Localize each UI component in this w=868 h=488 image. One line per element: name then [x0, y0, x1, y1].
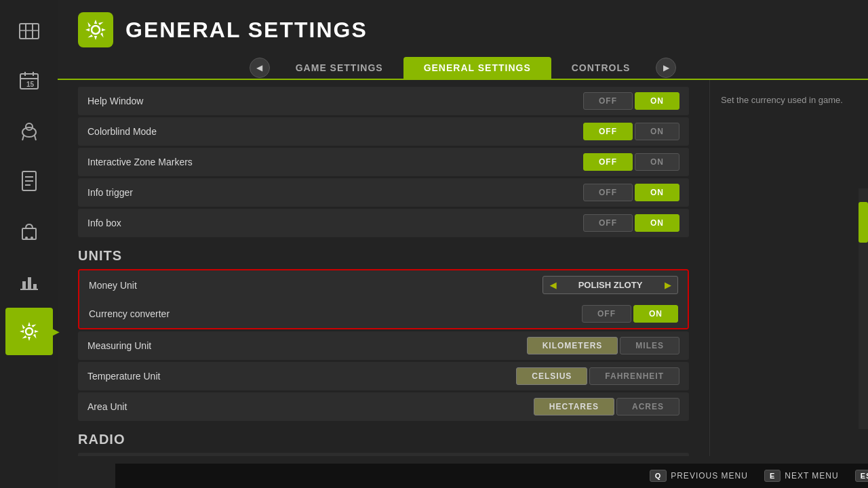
svg-point-6	[22, 127, 36, 137]
toggle-interactive-zone: OFF ON	[583, 153, 679, 171]
svg-line-8	[22, 136, 24, 140]
toggle-measuring-unit: KILOMETERS MILES	[527, 337, 679, 354]
setting-label-area: Area Unit	[87, 401, 127, 412]
settings-list: Help Window OFF ON Colorblind Mode OFF O…	[58, 80, 709, 456]
setting-label-temperature: Temperature Unit	[87, 371, 160, 382]
setting-temperature-unit: Temperature Unit CELSIUS FAHRENHEIT	[78, 362, 689, 390]
toggle-info-box: OFF ON	[583, 214, 679, 232]
toggle-fahrenheit[interactable]: FAHRENHEIT	[589, 367, 679, 385]
info-panel: Set the currency used in game.	[709, 80, 859, 456]
toggle-on-colorblind[interactable]: ON	[635, 123, 679, 140]
sidebar-item-stats[interactable]	[5, 258, 53, 305]
toggle-off-interactive-zone[interactable]: OFF	[583, 153, 633, 171]
toggle-hectares[interactable]: HECTARES	[534, 398, 614, 415]
scroll-indicator[interactable]	[859, 188, 868, 429]
setting-colorblind-mode: Colorblind Mode OFF ON	[78, 117, 689, 146]
setting-label-currency-converter: Currency converter	[89, 308, 170, 319]
settings-area: Help Window OFF ON Colorblind Mode OFF O…	[58, 80, 868, 456]
key-e: E	[764, 470, 781, 482]
setting-label-measuring: Measuring Unit	[87, 340, 151, 351]
toggle-info-trigger: OFF ON	[583, 184, 679, 201]
svg-point-21	[26, 328, 33, 335]
svg-rect-19	[28, 277, 31, 289]
bottom-btn-back[interactable]: ESC BACK	[855, 470, 868, 482]
sidebar-item-calendar[interactable]: 15	[5, 57, 53, 104]
toggle-off-currency[interactable]: OFF	[582, 305, 631, 323]
setting-measuring-unit: Measuring Unit KILOMETERS MILES	[78, 331, 689, 360]
setting-label-interactive-zone: Interactive Zone Markers	[87, 157, 193, 167]
key-q: Q	[650, 470, 667, 482]
toggle-temperature-unit: CELSIUS FAHRENHEIT	[516, 367, 679, 385]
sidebar-item-contracts[interactable]	[5, 157, 53, 205]
main-content: GENERAL SETTINGS ◀ GAME SETTINGS GENERAL…	[58, 0, 868, 488]
setting-interactive-zone: Interactive Zone Markers OFF ON	[78, 148, 689, 176]
radio-section-title: RADIO	[78, 432, 689, 447]
svg-text:15: 15	[26, 81, 35, 88]
toggle-off-info-box[interactable]: OFF	[583, 214, 633, 232]
bottom-btn-prev-menu[interactable]: Q PREVIOUS MENU	[650, 470, 748, 482]
svg-point-22	[92, 26, 100, 34]
svg-line-9	[35, 136, 36, 140]
toggle-colorblind: OFF ON	[583, 123, 679, 140]
label-prev-menu: PREVIOUS MENU	[671, 471, 748, 481]
page-title: GENERAL SETTINGS	[125, 18, 368, 43]
scroll-thumb[interactable]	[859, 202, 868, 243]
key-esc: ESC	[855, 470, 868, 482]
setting-label-help-window: Help Window	[87, 96, 143, 106]
bottom-bar: Q PREVIOUS MENU E NEXT MENU ESC BACK	[115, 464, 868, 488]
toggle-on-currency[interactable]: ON	[633, 305, 678, 323]
svg-point-15	[25, 237, 28, 239]
toggle-miles[interactable]: MILES	[620, 337, 679, 354]
header-icon	[78, 12, 113, 47]
toggle-on-info-trigger[interactable]: ON	[635, 184, 679, 201]
setting-label-colorblind: Colorblind Mode	[87, 126, 157, 137]
toggle-currency-converter: OFF ON	[582, 305, 678, 323]
money-unit-dropdown[interactable]: ◀ POLISH ZLOTY ▶	[542, 276, 678, 294]
setting-money-unit: Money Unit ◀ POLISH ZLOTY ▶	[79, 270, 688, 300]
toggle-acres[interactable]: ACRES	[616, 398, 679, 415]
tab-general-settings[interactable]: GENERAL SETTINGS	[403, 57, 551, 79]
sidebar-item-shop[interactable]	[5, 207, 53, 255]
setting-area-unit: Area Unit HECTARES ACRES	[78, 392, 689, 421]
tabs-container: ◀ GAME SETTINGS GENERAL SETTINGS CONTROL…	[58, 54, 868, 80]
setting-info-trigger: Info trigger OFF ON	[78, 178, 689, 207]
toggle-celsius[interactable]: CELSIUS	[516, 367, 587, 385]
setting-label-info-trigger: Info trigger	[87, 187, 133, 198]
sidebar: 15	[0, 0, 58, 488]
setting-help-window: Help Window OFF ON	[78, 87, 689, 115]
toggle-help-window: OFF ON	[583, 92, 679, 110]
label-next-menu: NEXT MENU	[785, 471, 838, 481]
toggle-off-colorblind[interactable]: OFF	[583, 123, 633, 140]
tab-game-settings[interactable]: GAME SETTINGS	[275, 57, 403, 79]
svg-rect-14	[22, 228, 36, 239]
toggle-on-help-window[interactable]: ON	[635, 92, 679, 110]
sidebar-item-map[interactable]	[5, 7, 53, 54]
page-header: GENERAL SETTINGS	[58, 0, 868, 54]
setting-label-info-box: Info box	[87, 218, 121, 228]
toggle-off-info-trigger[interactable]: OFF	[583, 184, 633, 201]
setting-label-money-unit: Money Unit	[89, 280, 137, 291]
toggle-off-help-window[interactable]: OFF	[583, 92, 633, 110]
svg-rect-0	[20, 24, 39, 39]
svg-point-16	[31, 237, 33, 239]
toggle-kilometers[interactable]: KILOMETERS	[527, 337, 618, 354]
toggle-on-interactive-zone[interactable]: ON	[635, 153, 679, 171]
dropdown-left-arrow: ◀	[550, 281, 556, 290]
bottom-btn-next-menu[interactable]: E NEXT MENU	[764, 470, 839, 482]
svg-rect-18	[22, 281, 26, 289]
setting-info-box: Info box OFF ON	[78, 209, 689, 237]
tab-next-arrow[interactable]: ▶	[656, 58, 676, 78]
tab-prev-arrow[interactable]: ◀	[250, 58, 270, 78]
sidebar-item-settings[interactable]	[5, 308, 53, 355]
units-section-title: UNITS	[78, 248, 689, 264]
tab-controls[interactable]: CONTROLS	[551, 57, 651, 79]
setting-currency-converter: Currency converter OFF ON	[79, 300, 688, 328]
dropdown-value: POLISH ZLOTY	[578, 280, 643, 290]
sidebar-item-animals[interactable]	[5, 107, 53, 155]
toggle-on-info-box[interactable]: ON	[635, 214, 679, 232]
info-panel-text: Set the currency used in game.	[721, 95, 843, 105]
setting-radio: Radio OFF ON	[78, 453, 689, 456]
units-highlighted-group: Money Unit ◀ POLISH ZLOTY ▶ Currency con…	[78, 269, 689, 329]
toggle-area-unit: HECTARES ACRES	[534, 398, 679, 415]
svg-rect-20	[33, 284, 37, 289]
